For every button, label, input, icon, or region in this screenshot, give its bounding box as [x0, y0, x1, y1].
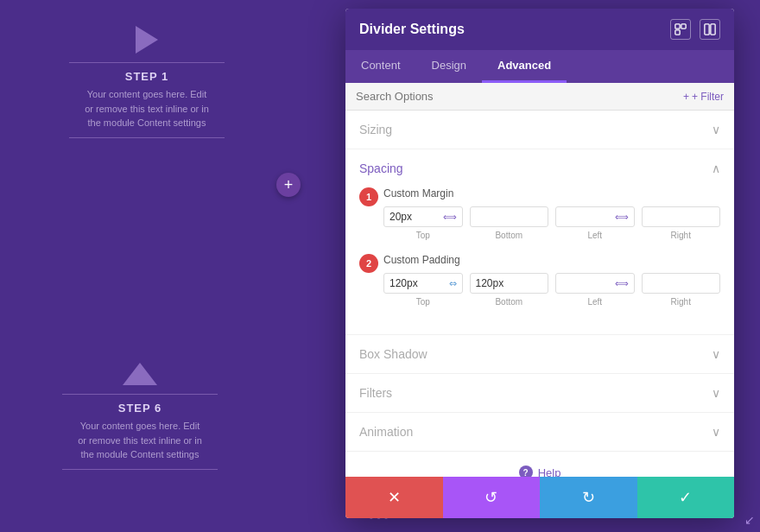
columns-icon	[704, 23, 716, 35]
margin-left-link-icon[interactable]: ⟺	[615, 212, 629, 223]
filters-header[interactable]: Filters ∨	[345, 374, 734, 412]
padding-left-link-icon[interactable]: ⟺	[615, 278, 629, 289]
margin-top-field: 20px ⟺ Top	[383, 206, 463, 240]
margin-right-input[interactable]	[648, 211, 715, 223]
box-shadow-header[interactable]: Box Shadow ∨	[345, 335, 734, 373]
padding-top-field: ⇔ Top	[383, 273, 463, 307]
padding-left-input[interactable]	[561, 277, 611, 289]
box-shadow-label: Box Shadow	[359, 347, 428, 361]
margin-bottom-wrap	[470, 206, 549, 227]
step1-desc: Your content goes here. Edit or remove t…	[82, 87, 212, 130]
search-bar: + + Filter	[345, 83, 734, 111]
filters-chevron: ∨	[712, 386, 720, 400]
margin-top-wrap: 20px ⟺	[383, 206, 463, 227]
margin-label: Custom Margin	[383, 187, 720, 200]
separator-line2	[62, 394, 218, 395]
expand-icon-btn[interactable]	[670, 19, 691, 40]
margin-badge: 1	[359, 187, 378, 206]
sizing-chevron: ∨	[712, 123, 720, 136]
step1-block: STEP 1 Your content goes here. Edit or r…	[69, 26, 225, 138]
animation-chevron: ∨	[712, 425, 720, 439]
save-button[interactable]: ✓	[637, 477, 735, 518]
step6-title: STEP 6	[118, 402, 162, 415]
padding-right-label: Right	[671, 297, 691, 307]
margin-bottom-input[interactable]	[476, 211, 543, 223]
reset-button[interactable]: ↺	[443, 477, 541, 518]
box-shadow-section: Box Shadow ∨	[345, 335, 734, 374]
panel-header-icons	[670, 19, 720, 40]
margin-bottom-field: Bottom	[470, 206, 549, 240]
padding-top-wrap: ⇔	[383, 273, 463, 294]
animation-section: Animation ∨	[345, 413, 734, 452]
custom-padding-group: 2 Custom Padding ⇔ Top	[359, 254, 720, 310]
save-icon: ✓	[679, 488, 692, 507]
padding-bottom-field: Bottom	[470, 273, 549, 307]
box-shadow-chevron: ∨	[712, 347, 720, 361]
margin-left-wrap: ⟺	[555, 206, 635, 227]
padding-right-input[interactable]	[648, 277, 715, 289]
panel-footer: ✕ ↺ ↻ ✓	[345, 477, 734, 518]
arrow-up-icon	[123, 363, 157, 385]
search-input[interactable]	[356, 90, 683, 103]
panel-content: Sizing ∨ Spacing ∧ 1 Custom Margin	[345, 111, 734, 477]
padding-link-icon[interactable]: ⇔	[449, 278, 457, 289]
padding-label: Custom Padding	[383, 254, 720, 266]
padding-content: Custom Padding ⇔ Top	[383, 254, 720, 310]
padding-badge: 2	[359, 254, 378, 273]
filter-button[interactable]: + + Filter	[683, 91, 724, 103]
animation-label: Animation	[359, 425, 413, 439]
redo-button[interactable]: ↻	[540, 477, 637, 518]
filters-section: Filters ∨	[345, 374, 734, 413]
svg-rect-3	[705, 24, 709, 35]
panel-title: Divider Settings	[359, 22, 465, 37]
margin-left-field: ⟺ Left	[555, 206, 635, 240]
margin-top-input[interactable]: 20px	[390, 211, 440, 223]
padding-left-wrap: ⟺	[555, 273, 635, 294]
help-label: Help	[538, 466, 561, 478]
padding-bottom-input[interactable]	[476, 277, 543, 289]
spacing-body: 1 Custom Margin 20px ⟺ Top	[345, 187, 734, 334]
panel-header: Divider Settings	[345, 9, 734, 50]
padding-right-wrap	[642, 273, 721, 294]
spacing-label: Spacing	[359, 162, 403, 175]
reset-icon: ↺	[484, 488, 497, 507]
padding-bottom-wrap	[470, 273, 549, 294]
separator-line	[69, 62, 225, 63]
padding-top-input[interactable]	[390, 277, 446, 289]
margin-top-link-icon[interactable]: ⟺	[443, 212, 457, 223]
cancel-button[interactable]: ✕	[345, 477, 443, 518]
margin-right-label: Right	[671, 231, 691, 240]
padding-left-label: Left	[587, 297, 602, 307]
margin-content: Custom Margin 20px ⟺ Top	[383, 187, 720, 244]
svg-rect-2	[675, 30, 680, 35]
sizing-label: Sizing	[359, 123, 392, 136]
margin-bottom-label: Bottom	[495, 231, 522, 240]
arrow-right-icon	[136, 26, 158, 54]
svg-rect-4	[711, 24, 715, 35]
tab-design[interactable]: Design	[416, 50, 482, 83]
arrow-indicator: ↙	[744, 513, 755, 527]
margin-field-row: 20px ⟺ Top Bottom	[383, 206, 720, 240]
svg-rect-0	[675, 24, 680, 28]
columns-icon-btn[interactable]	[700, 19, 720, 40]
sizing-section-header[interactable]: Sizing ∨	[345, 111, 734, 149]
padding-bottom-label: Bottom	[495, 297, 522, 307]
margin-left-label: Left	[587, 231, 602, 240]
padding-left-field: ⟺ Left	[555, 273, 635, 307]
margin-top-label: Top	[416, 231, 430, 240]
add-button[interactable]: +	[276, 173, 301, 197]
margin-right-field: Right	[642, 206, 721, 240]
settings-panel: Divider Settings Content Design Advanced	[345, 9, 734, 518]
spacing-section-header[interactable]: Spacing ∧	[345, 149, 734, 187]
separator-line3	[62, 469, 218, 470]
help-section[interactable]: ? Help	[345, 452, 734, 477]
tab-content[interactable]: Content	[345, 50, 416, 83]
padding-right-field: Right	[642, 273, 721, 307]
margin-left-input[interactable]	[561, 211, 611, 223]
cancel-icon: ✕	[388, 488, 401, 507]
panel-tabs: Content Design Advanced	[345, 50, 734, 83]
sizing-section: Sizing ∨	[345, 111, 734, 149]
animation-header[interactable]: Animation ∨	[345, 413, 734, 451]
spacing-section: Spacing ∧ 1 Custom Margin 20px	[345, 149, 734, 335]
tab-advanced[interactable]: Advanced	[482, 50, 567, 83]
